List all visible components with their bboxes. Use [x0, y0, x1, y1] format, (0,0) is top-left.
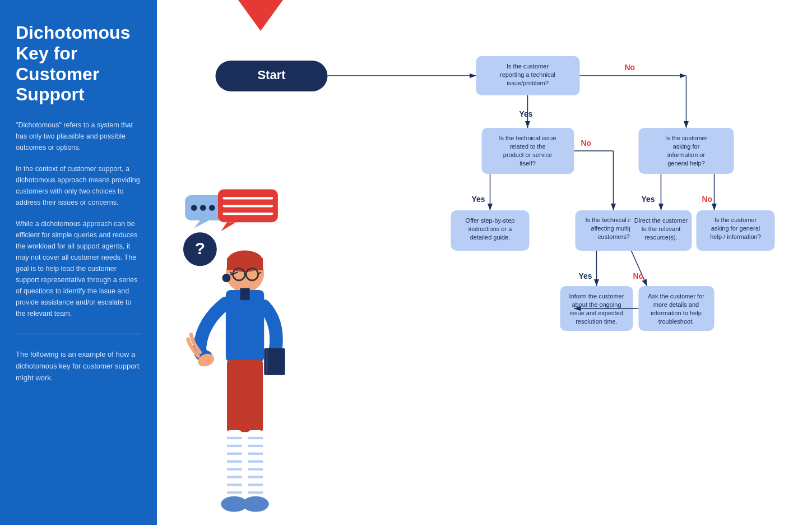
a4-text-line3: information to help [651, 310, 702, 316]
a3-text-line2: about the ongoing [572, 301, 621, 308]
q4-text-line3: customers? [598, 233, 630, 240]
q5-text-line1: Is the customer [714, 217, 757, 223]
svg-point-49 [243, 496, 269, 512]
q3-text-line3: information or [667, 151, 706, 158]
q2-text-line2: related to the [509, 143, 545, 150]
q4-no-label: No [633, 271, 644, 280]
q2-yes-label: Yes [472, 195, 485, 204]
q3-yes-label: Yes [642, 195, 655, 204]
q4-yes-label: Yes [579, 271, 592, 280]
q2-text-line1: Is the technical issue [499, 135, 556, 141]
a4-text-line4: troubleshoot. [658, 318, 694, 325]
q1-yes-label: Yes [519, 109, 533, 118]
a4-text-line1: Ask the customer for [648, 293, 704, 300]
q1-text-line1: Is the customer [507, 63, 549, 70]
arrow-q4-no [632, 251, 647, 286]
a3-text-line1: Inform the customer [569, 293, 624, 300]
sidebar-desc2: In the context of customer support, a di… [16, 163, 141, 208]
q3-text-line2: asking for [673, 143, 700, 150]
svg-rect-25 [240, 288, 250, 300]
a3-text-line3: issue and expected [570, 310, 623, 316]
svg-rect-16 [227, 258, 263, 270]
svg-point-6 [209, 205, 215, 211]
flowchart-container: Start Is the customer reporting a techni… [157, 0, 812, 525]
sidebar-desc3: While a dichotomous approach can be effi… [16, 218, 141, 319]
q5-text-line3: help / information? [710, 233, 761, 240]
q3-no-label: No [702, 195, 713, 204]
start-node-label: Start [257, 68, 286, 82]
illustration-svg: ? [163, 177, 291, 525]
q4-text-line2: affecting multiple [591, 225, 637, 232]
q3-text-line4: general help? [667, 160, 705, 167]
a1-text-line1: Offer step-by-step [466, 217, 515, 224]
q1-text-line2: reporting a technical [500, 71, 555, 78]
q1-text-line3: issue/problem? [507, 80, 549, 86]
svg-marker-3 [194, 220, 209, 228]
q3-text-line1: Is the customer [665, 135, 708, 141]
svg-rect-29 [227, 360, 263, 432]
q2-no-label: No [581, 139, 592, 148]
sidebar-title: Dichotomous Key for Customer Support [16, 22, 141, 105]
a2-text-line3: resource(s). [644, 234, 678, 241]
svg-text:?: ? [195, 239, 205, 257]
svg-rect-27 [266, 349, 267, 374]
a2-text-line2: to the relevant [642, 225, 681, 232]
svg-point-4 [191, 205, 197, 211]
sidebar-footer: The following is an example of how a dic… [16, 349, 141, 384]
a3-text-line4: resolution time. [576, 318, 618, 325]
q5-text-line2: asking for general [711, 225, 760, 232]
a2-text-line1: Direct the customer [634, 217, 688, 224]
svg-marker-8 [221, 222, 236, 231]
main-content: Start Is the customer reporting a techni… [157, 0, 812, 525]
a1-text-line3: detailed guide. [470, 234, 511, 241]
q1-no-label: No [625, 63, 635, 72]
sidebar-divider [16, 334, 141, 334]
svg-point-22 [222, 274, 230, 282]
a4-text-line2: more details and [653, 301, 699, 308]
svg-point-5 [200, 205, 206, 211]
q2-text-line3: product or service [503, 151, 552, 158]
a1-text-line2: instructions or a [468, 225, 513, 232]
q2-text-line4: itself? [519, 160, 536, 167]
sidebar: Dichotomous Key for Customer Support "Di… [0, 0, 157, 525]
sidebar-desc1: "Dichotomous" refers to a system that ha… [16, 119, 141, 153]
